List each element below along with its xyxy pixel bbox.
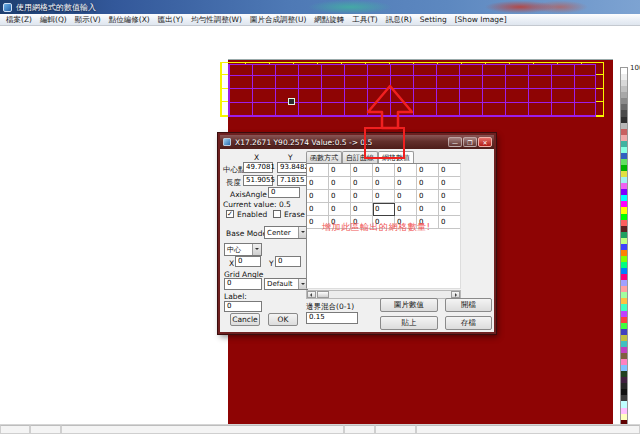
status-cell (375, 425, 416, 434)
save-file-button[interactable]: 存檔 (445, 316, 492, 330)
grid-cell[interactable]: 0 (395, 177, 417, 190)
grid-cell[interactable]: 0 (395, 164, 417, 177)
menu-bar: 檔案(Z)編輯(Q)顯示(V)點位編修(X)匯出(Y)均勻性調整(W)圖片合成調… (0, 14, 640, 26)
grid-cell[interactable]: 0 (439, 203, 461, 216)
grid-cell[interactable]: 0 (351, 203, 373, 216)
grid-cell[interactable]: 0 (439, 164, 461, 177)
column-header-y: Y (288, 153, 293, 162)
axis-angle-label: AxisAngle (230, 190, 267, 199)
grid-cell[interactable]: 0 (351, 177, 373, 190)
grid-cell[interactable]: 0 (417, 203, 439, 216)
menu-item[interactable]: 均勻性調整(W) (187, 14, 246, 25)
tab-3[interactable]: 網格數值 (378, 151, 414, 163)
center-x-field[interactable]: 49.7081 (243, 162, 273, 173)
menu-item[interactable]: 訊息(R) (382, 14, 416, 25)
grid-cell[interactable]: 0 (373, 177, 395, 190)
enabled-label: Enabled (237, 210, 267, 219)
status-bar (0, 424, 640, 434)
app-icon (3, 3, 12, 12)
grid-cell[interactable]: 0 (351, 164, 373, 177)
tab-2[interactable]: 自訂曲線 (342, 151, 378, 163)
status-cell (61, 425, 344, 434)
grid-cell[interactable]: 0 (417, 164, 439, 177)
offset-x-label: X (229, 259, 234, 268)
menu-item[interactable]: Setting (416, 14, 451, 25)
grid-angle-field[interactable]: 0 (224, 278, 262, 290)
image-values-button[interactable]: 圖片數值 (380, 298, 438, 312)
minimize-button[interactable]: — (448, 137, 462, 147)
menu-item[interactable]: 匯出(Y) (154, 14, 187, 25)
cursor-cell-marker (288, 98, 295, 105)
anchor-value: 中心 (225, 245, 252, 255)
grid-cell[interactable]: 0 (329, 177, 351, 190)
menu-item[interactable]: 點位編修(X) (105, 14, 154, 25)
grid-cell[interactable]: 0 (351, 190, 373, 203)
erase-dots-checkbox[interactable] (273, 210, 281, 218)
dialog-tabs: 函數方式自訂曲線網格數值 (306, 151, 414, 163)
grid-angle-mode-value: Default (265, 280, 298, 288)
close-button[interactable]: ✕ (478, 137, 492, 147)
tab-1[interactable]: 函數方式 (306, 151, 342, 163)
menu-item[interactable]: 工具(T) (348, 14, 381, 25)
label-label: Label: (224, 292, 247, 301)
value-grid-overlay[interactable] (228, 64, 596, 117)
grid-cell[interactable]: 0 (329, 164, 351, 177)
base-mode-value: Center (265, 229, 298, 237)
grid-cell[interactable]: 0 (307, 203, 329, 216)
offset-y-label: Y (269, 259, 274, 268)
menu-item[interactable]: 檔案(Z) (2, 14, 36, 25)
grid-cell[interactable]: 0 (307, 164, 329, 177)
base-mode-select[interactable]: Center (264, 226, 308, 239)
length-x-field[interactable]: 51.9055 (243, 175, 273, 186)
scroll-left-icon[interactable] (307, 291, 316, 298)
menu-item[interactable]: 網點旋轉 (310, 14, 348, 25)
offset-y-field[interactable]: 0 (275, 256, 301, 267)
grid-cell[interactable]: 0 (439, 177, 461, 190)
enabled-checkbox[interactable] (226, 210, 234, 218)
colorbar (620, 67, 628, 433)
dialog-titlebar[interactable]: X17.2671 Y90.2574 Value:0.5 -> 0.5 — ❐ ✕ (220, 135, 494, 149)
grid-cell[interactable]: 0 (373, 164, 395, 177)
grid-cell[interactable]: 0 (329, 203, 351, 216)
grid-cell[interactable]: 0 (329, 190, 351, 203)
open-file-button[interactable]: 開檔 (445, 298, 492, 312)
paste-button[interactable]: 貼上 (380, 316, 438, 330)
status-cell (344, 425, 375, 434)
app-titlebar: 使用網格式的數值輸入 (0, 0, 640, 14)
length-label: 長度 (226, 178, 241, 188)
value-grid: 00000000000000000000000000000000000 (307, 164, 460, 229)
grid-cell[interactable]: 0 (439, 216, 461, 229)
offset-x-field[interactable]: 0 (235, 256, 261, 267)
grid-cell[interactable]: 0 (307, 190, 329, 203)
grid-cell[interactable]: 0 (373, 190, 395, 203)
dialog-body: X Y 中心點 49.7081 93.8482 長度 51.9055 7.181… (220, 149, 494, 332)
center-y-field[interactable]: 93.8482 (277, 162, 307, 173)
chevron-down-icon (252, 244, 261, 255)
menu-item[interactable]: 圖片合成調整(U) (246, 14, 310, 25)
grid-cell[interactable]: 0 (439, 190, 461, 203)
length-y-field[interactable]: 7.1815 (277, 175, 307, 186)
grid-cell[interactable]: 0 (307, 177, 329, 190)
scroll-right-icon[interactable] (451, 291, 460, 298)
blend-field[interactable]: 0.15 (306, 312, 358, 324)
anchor-select[interactable]: 中心 (224, 243, 262, 256)
axis-angle-field[interactable]: 0 (268, 187, 300, 198)
grid-cell[interactable]: 0 (373, 203, 395, 216)
base-mode-label: Base Mode (226, 229, 267, 238)
cancel-button[interactable]: Cancle (230, 313, 260, 326)
colorbar-max-label: 100 (630, 64, 640, 72)
menu-item[interactable]: [Show Image] (451, 14, 511, 25)
label-field[interactable]: 0 (224, 301, 262, 312)
ok-button[interactable]: OK (268, 313, 298, 326)
status-cell (30, 425, 61, 434)
annotation-note: 增加此區輸出的網格數量! (322, 221, 431, 234)
grid-angle-mode-select[interactable]: Default (264, 278, 308, 290)
scrollbar-thumb[interactable] (317, 291, 329, 298)
grid-cell[interactable]: 0 (417, 190, 439, 203)
grid-cell[interactable]: 0 (395, 203, 417, 216)
menu-item[interactable]: 顯示(V) (71, 14, 105, 25)
grid-cell[interactable]: 0 (395, 190, 417, 203)
menu-item[interactable]: 編輯(Q) (36, 14, 71, 25)
maximize-button[interactable]: ❐ (463, 137, 477, 147)
grid-cell[interactable]: 0 (417, 177, 439, 190)
